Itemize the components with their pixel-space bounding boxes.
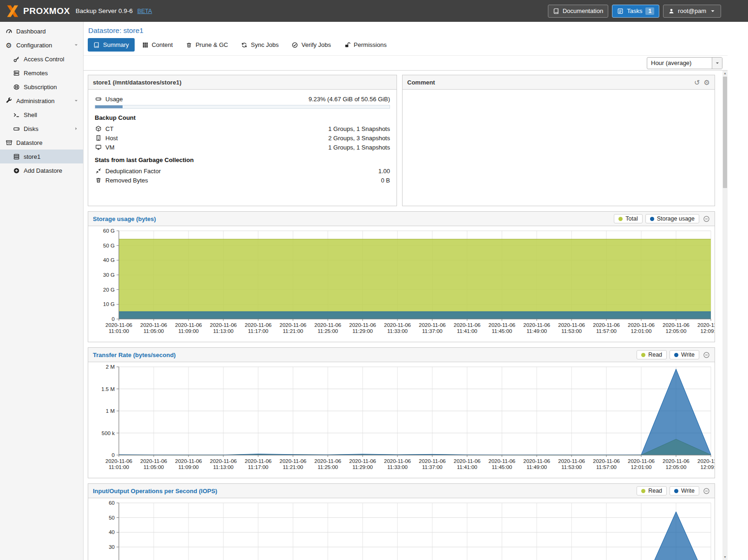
svg-text:11:33:00: 11:33:00 xyxy=(387,464,408,470)
tasks-list-icon xyxy=(617,8,624,14)
usage-progress-fill xyxy=(95,105,123,108)
sidebar-item-store1[interactable]: store1 xyxy=(0,150,83,163)
svg-text:40: 40 xyxy=(109,529,115,535)
sidebar-item-access-control[interactable]: Access Control xyxy=(0,52,83,66)
tab-bar: SummaryContentPrune & GCSync JobsVerify … xyxy=(84,36,728,55)
sidebar-item-disks[interactable]: Disks xyxy=(0,122,83,136)
legend-storage-usage[interactable]: Storage usage xyxy=(645,214,699,223)
sidebar-item-dashboard[interactable]: Dashboard xyxy=(0,24,83,38)
svg-text:2020-11-06: 2020-11-06 xyxy=(314,458,341,464)
documentation-button[interactable]: Documentation xyxy=(548,5,608,18)
legend-write[interactable]: Write xyxy=(670,486,699,495)
legend-label: Storage usage xyxy=(657,215,695,222)
tab-sync-jobs[interactable]: Sync Jobs xyxy=(235,38,284,52)
svg-text:2020-11-06: 2020-11-06 xyxy=(140,458,167,464)
sidebar-item-label: Administration xyxy=(16,98,54,104)
sidebar-item-subscription[interactable]: Subscription xyxy=(0,80,83,94)
svg-text:2020-11-06: 2020-11-06 xyxy=(314,322,341,328)
archive-icon xyxy=(5,139,13,146)
svg-text:60 G: 60 G xyxy=(103,228,115,234)
tab-content[interactable]: Content xyxy=(137,38,179,52)
gear-icon[interactable]: ⚙ xyxy=(704,79,710,86)
toolbar: Hour (average) xyxy=(84,55,728,71)
proxmox-logo: PROXMOX xyxy=(6,4,70,18)
svg-text:11:05:00: 11:05:00 xyxy=(143,464,164,470)
scroll-up-arrow-icon[interactable]: ▲ xyxy=(722,71,728,76)
beta-link[interactable]: BETA xyxy=(137,8,152,14)
svg-text:11:53:00: 11:53:00 xyxy=(561,328,582,334)
svg-text:2 M: 2 M xyxy=(106,364,115,370)
svg-text:2020-11-06: 2020-11-06 xyxy=(663,322,689,328)
sidebar-item-remotes[interactable]: Remotes xyxy=(0,66,83,80)
tab-permissions[interactable]: Permissions xyxy=(338,38,392,52)
sidebar-item-label: Shell xyxy=(24,111,37,118)
legend-label: Read xyxy=(648,352,662,358)
svg-text:12:05:00: 12:05:00 xyxy=(666,464,687,470)
svg-text:2020-11-06: 2020-11-06 xyxy=(523,458,550,464)
svg-text:2020-11-06: 2020-11-06 xyxy=(523,322,550,328)
combo-caret-icon xyxy=(712,58,722,69)
tab-verify-jobs[interactable]: Verify Jobs xyxy=(286,38,337,52)
legend-dot xyxy=(674,489,678,493)
hdd-icon xyxy=(95,96,102,102)
proxmox-x-icon xyxy=(6,4,20,18)
revert-icon[interactable]: ↺ xyxy=(694,79,700,86)
removed-bytes-row: Removed Bytes0 B xyxy=(95,176,390,185)
svg-text:2020-11-06: 2020-11-06 xyxy=(384,458,411,464)
sidebar-item-administration[interactable]: Administration xyxy=(0,94,83,108)
legend-dot xyxy=(674,353,678,357)
scroll-down-arrow-icon[interactable]: ▼ xyxy=(722,554,728,560)
scrollbar-thumb[interactable] xyxy=(723,77,727,188)
legend-dot xyxy=(641,353,645,357)
tasks-button[interactable]: Tasks 1 xyxy=(612,5,659,18)
sidebar-item-shell[interactable]: Shell xyxy=(0,108,83,122)
sidebar-item-datastore[interactable]: Datastore xyxy=(0,136,83,150)
svg-text:11:33:00: 11:33:00 xyxy=(387,328,408,334)
iops-chart-panel: Input/Output Operations per Second (IOPS… xyxy=(88,483,715,560)
monitor-icon xyxy=(95,144,102,150)
sync-icon xyxy=(241,42,247,48)
legend-read[interactable]: Read xyxy=(637,350,667,359)
sidebar-item-add-datastore[interactable]: Add Datastore xyxy=(0,163,83,177)
legend-write[interactable]: Write xyxy=(670,350,699,359)
caret-down-icon xyxy=(73,42,79,48)
key-icon xyxy=(13,56,20,63)
legend-dot xyxy=(650,217,654,221)
svg-text:2020-11-06: 2020-11-06 xyxy=(175,458,202,464)
svg-text:2020-11-06: 2020-11-06 xyxy=(593,322,620,328)
legend-label: Read xyxy=(648,488,662,494)
svg-text:2020-11-06: 2020-11-06 xyxy=(558,458,585,464)
sidebar-item-configuration[interactable]: ⚙Configuration xyxy=(0,38,83,52)
svg-text:2020-11-06: 2020-11-06 xyxy=(245,322,272,328)
svg-text:2020-11-06: 2020-11-06 xyxy=(593,458,620,464)
svg-text:11:05:00: 11:05:00 xyxy=(143,328,164,334)
legend-label: Write xyxy=(681,488,695,494)
sidebar-item-label: Access Control xyxy=(24,56,64,63)
svg-text:11:41:00: 11:41:00 xyxy=(457,328,477,334)
book-icon xyxy=(93,42,100,48)
svg-text:11:21:00: 11:21:00 xyxy=(283,464,303,470)
svg-text:11:25:00: 11:25:00 xyxy=(318,464,338,470)
tab-prune-gc[interactable]: Prune & GC xyxy=(180,38,234,52)
collapse-icon[interactable] xyxy=(703,488,710,495)
tab-label: Summary xyxy=(103,41,129,48)
vertical-scrollbar[interactable]: ▲ ▼ xyxy=(722,71,728,560)
collapse-icon[interactable] xyxy=(703,215,710,222)
sidebar-item-label: Remotes xyxy=(24,70,48,77)
svg-text:2020-11-06: 2020-11-06 xyxy=(454,458,481,464)
top-bar: PROXMOX Backup Server 0.9-6 BETA Documen… xyxy=(0,0,748,22)
legend-total[interactable]: Total xyxy=(614,214,642,223)
svg-text:11:13:00: 11:13:00 xyxy=(213,328,234,334)
svg-text:2020-11-06: 2020-11-06 xyxy=(280,322,306,328)
tab-label: Content xyxy=(152,41,173,48)
collapse-icon[interactable] xyxy=(703,352,710,358)
user-menu-button[interactable]: root@pam xyxy=(663,5,721,18)
timeframe-select[interactable]: Hour (average) xyxy=(647,57,722,69)
panel-title: store1 (/mnt/datastores/store1) xyxy=(93,79,182,86)
tab-summary[interactable]: Summary xyxy=(88,38,135,52)
svg-text:60: 60 xyxy=(109,500,115,506)
grid-icon xyxy=(142,42,149,48)
svg-text:2020-11-06: 2020-11-06 xyxy=(140,322,167,328)
chart-title: Storage usage (bytes) xyxy=(93,215,156,222)
legend-read[interactable]: Read xyxy=(637,486,667,495)
